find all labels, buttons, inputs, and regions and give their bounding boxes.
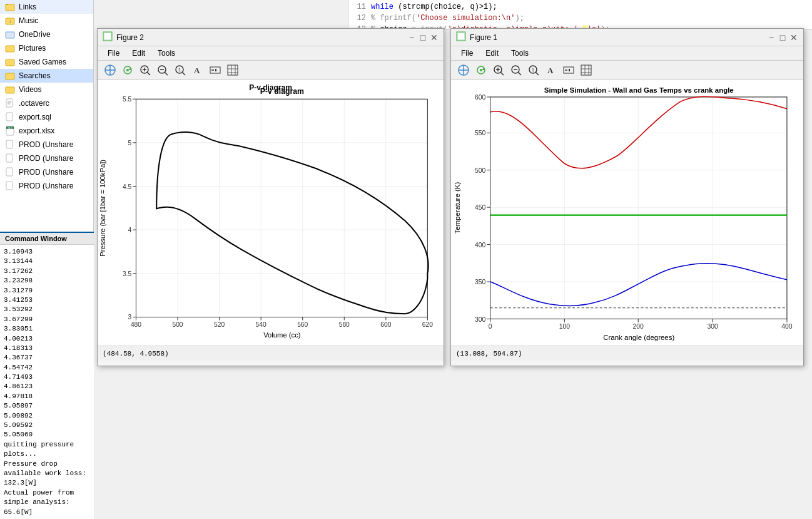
- figure2-legend-button[interactable]: [208, 63, 223, 78]
- cmd-line-19: 5.09592: [4, 421, 90, 430]
- code-editor[interactable]: 11 while (strcmp(choice, q)>1); 12 % fpr…: [348, 0, 812, 30]
- command-content[interactable]: 3.10943 3.13144 3.17262 3.23298 3.31279 …: [0, 245, 94, 516]
- figure2-title-label: Figure 2: [116, 33, 144, 42]
- svg-text:300: 300: [475, 316, 486, 323]
- svg-text:200: 200: [633, 323, 644, 330]
- figure2-zoomreset-button[interactable]: 1: [173, 63, 188, 78]
- svg-rect-16: [6, 140, 13, 148]
- figure1-pan-button[interactable]: [456, 63, 471, 78]
- figure2-pan-button[interactable]: [103, 63, 118, 78]
- svg-rect-4: [6, 46, 14, 52]
- figure1-zoomout-button[interactable]: [509, 63, 524, 78]
- command-window: Command Window 3.10943 3.13144 3.17262 3…: [0, 232, 94, 519]
- sidebar-item-savedgames-label: Saved Games: [19, 58, 66, 66]
- figure2-minimize-button[interactable]: −: [407, 33, 416, 42]
- svg-line-103: [500, 72, 504, 75]
- cmd-line-12: 4.36737: [4, 353, 90, 362]
- figure2-text-button[interactable]: A: [190, 63, 205, 78]
- sidebar-item-prod3[interactable]: PROD (Unshare: [0, 165, 93, 179]
- svg-text:1: 1: [532, 67, 535, 73]
- figure1-titlebar[interactable]: Figure 1 − □ ✕: [451, 29, 803, 46]
- figure1-zoomreset-button[interactable]: 1: [526, 63, 541, 78]
- sidebar-item-exportxlsx[interactable]: XLS export.xlsx: [0, 124, 93, 138]
- figure2-ylabel: Pressure (bar [1bar = 100kPa]): [99, 160, 106, 257]
- figure1-legend-button[interactable]: [561, 63, 576, 78]
- sidebar-item-octaverc[interactable]: .octaverc: [0, 96, 93, 110]
- sidebar-item-exportxlsx-label: export.xlsx: [19, 126, 54, 135]
- cmd-line-5: 3.31279: [4, 286, 90, 295]
- figure1-statusbar: (13.088, 594.87): [451, 346, 803, 361]
- svg-text:540: 540: [256, 321, 266, 328]
- svg-rect-121: [490, 97, 787, 319]
- figure1-menu-edit[interactable]: Edit: [480, 48, 504, 59]
- svg-text:Simple Simulation - Wall and G: Simple Simulation - Wall and Gas Temps v…: [544, 86, 734, 94]
- sidebar-item-videos[interactable]: Videos: [0, 83, 93, 96]
- figure1-title-left: Figure 1: [456, 31, 497, 43]
- figure2-xlabel: Volume (cc): [263, 331, 301, 339]
- svg-text:620: 620: [422, 321, 433, 328]
- searches-folder-icon: [5, 71, 15, 81]
- cloud-folder-icon: [5, 29, 15, 39]
- sidebar-item-searches[interactable]: Searches: [0, 69, 93, 83]
- svg-text:A: A: [547, 66, 554, 75]
- cmd-line-6: 3.41253: [4, 295, 90, 305]
- figure1-rotate-button[interactable]: [474, 63, 489, 78]
- code-line-11: 11 while (strcmp(choice, q)>1);: [353, 1, 807, 13]
- svg-rect-47: [136, 99, 427, 317]
- figure2-menu-file[interactable]: File: [103, 48, 124, 59]
- sidebar-item-prod1[interactable]: PROD (Unshare: [0, 138, 93, 152]
- svg-text:1: 1: [178, 67, 181, 73]
- figure2-resize-handle[interactable]: [436, 358, 444, 366]
- figure2-zoomin-button[interactable]: [138, 63, 153, 78]
- svg-rect-6: [6, 73, 14, 80]
- folder-icon-2: [5, 57, 15, 67]
- sidebar-item-links[interactable]: Links: [0, 0, 93, 14]
- figure1-close-button[interactable]: ✕: [789, 33, 798, 42]
- figure1-zoomin-button[interactable]: [491, 63, 506, 78]
- svg-rect-7: [6, 87, 14, 93]
- cmd-line-quit1: quitting pressure plots...: [4, 440, 90, 460]
- svg-text:A: A: [194, 66, 200, 75]
- figure2-maximize-button[interactable]: □: [419, 33, 427, 42]
- sidebar-item-prod4[interactable]: PROD (Unshare: [0, 179, 93, 193]
- svg-rect-19: [6, 182, 13, 190]
- figure2-menu-edit[interactable]: Edit: [127, 48, 150, 59]
- svg-rect-12: [6, 113, 13, 121]
- figure2-zoomout-button[interactable]: [155, 63, 170, 78]
- figure2-toolbar: 1 A: [98, 61, 444, 80]
- figure2-titlebar[interactable]: Figure 2 − □ ✕: [98, 29, 444, 46]
- figure2-menu-tools[interactable]: Tools: [153, 48, 180, 59]
- svg-text:4: 4: [128, 227, 132, 234]
- sidebar-item-savedgames[interactable]: Saved Games: [0, 55, 93, 69]
- figure1-menu-file[interactable]: File: [456, 48, 478, 59]
- figure1-menu-tools[interactable]: Tools: [506, 48, 534, 59]
- figure1-maximize-button[interactable]: □: [778, 33, 787, 42]
- sidebar-item-music-label: Music: [19, 16, 38, 25]
- figure1-coords: (13.088, 594.87): [456, 350, 522, 357]
- svg-text:Crank angle (degrees): Crank angle (degrees): [603, 334, 674, 341]
- figure2-rotate-button[interactable]: [120, 63, 135, 78]
- svg-text:500: 500: [172, 321, 183, 328]
- svg-point-27: [126, 69, 129, 71]
- figure1-text-button[interactable]: A: [544, 63, 559, 78]
- sidebar-item-music[interactable]: ♪ Music: [0, 14, 93, 28]
- sidebar-item-prod2-label: PROD (Unshare: [19, 154, 73, 163]
- figure2-grid-button[interactable]: [225, 63, 240, 78]
- svg-rect-42: [228, 65, 238, 75]
- sidebar-item-videos-label: Videos: [19, 85, 41, 94]
- figure2-close-button[interactable]: ✕: [430, 33, 439, 42]
- figure1-icon: [456, 31, 466, 43]
- sidebar-item-prod4-label: PROD (Unshare: [19, 182, 73, 190]
- sidebar-item-onedrive[interactable]: OneDrive: [0, 28, 93, 41]
- cmd-line-1: 3.10943: [4, 247, 90, 257]
- prod-file-icon-4: [5, 181, 15, 191]
- sidebar-item-exportsql[interactable]: export.sql: [0, 110, 93, 124]
- svg-line-107: [518, 72, 521, 75]
- figure1-grid-button[interactable]: [579, 63, 594, 78]
- svg-text:600: 600: [475, 94, 486, 101]
- figure1-resize-handle[interactable]: [796, 358, 803, 366]
- sidebar-item-prod2[interactable]: PROD (Unshare: [0, 152, 93, 165]
- figure1-minimize-button[interactable]: −: [767, 33, 776, 42]
- sidebar-item-pictures[interactable]: Pictures: [0, 41, 93, 55]
- cmd-line-20: 5.05060: [4, 430, 90, 439]
